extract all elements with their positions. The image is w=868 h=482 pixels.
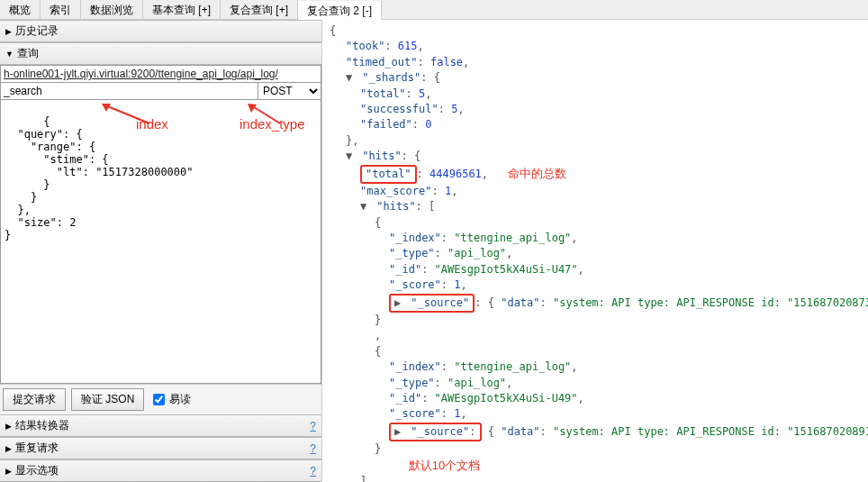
path-input[interactable] xyxy=(0,83,258,100)
highlight-source: ▶ "_source" xyxy=(389,294,475,313)
history-panel-header[interactable]: ▶ 历史记录 xyxy=(0,20,321,42)
tab-indices[interactable]: 索引 xyxy=(41,0,81,19)
collapse-toggle[interactable]: ▼ xyxy=(346,70,356,86)
annotation-hit-total: 命中的总数 xyxy=(508,167,566,180)
response-viewer: { "took": 615, "timed_out": false, ▼ "_s… xyxy=(322,20,868,482)
tab-compound-query[interactable]: 复合查询 [+] xyxy=(221,0,298,19)
tab-bar: 概览 索引 数据浏览 基本查询 [+] 复合查询 [+] 复合查询 2 [-] xyxy=(0,0,868,20)
help-icon[interactable]: ? xyxy=(310,465,316,477)
chevron-right-icon: ▶ xyxy=(5,422,12,431)
tab-overview[interactable]: 概览 xyxy=(0,0,41,19)
result-transform-label: 结果转换器 xyxy=(15,418,69,433)
url-input[interactable] xyxy=(0,65,321,83)
submit-button[interactable]: 提交请求 xyxy=(3,388,66,411)
collapse-toggle[interactable]: ▶ xyxy=(394,424,404,440)
highlight-source: ▶ "_source": xyxy=(389,423,482,441)
readable-checkbox-wrap[interactable]: 易读 xyxy=(149,391,191,408)
query-body-text: { "query": { "range": { "stime": { "lt":… xyxy=(5,115,194,241)
history-label: 历史记录 xyxy=(15,23,59,39)
help-icon[interactable]: ? xyxy=(310,442,316,455)
help-icon[interactable]: ? xyxy=(310,420,316,432)
chevron-right-icon: ▶ xyxy=(5,467,12,476)
query-label: 查询 xyxy=(17,46,39,61)
chevron-right-icon: ▶ xyxy=(5,27,12,36)
display-label: 显示选项 xyxy=(15,463,59,478)
query-panel-header[interactable]: ▼ 查询 xyxy=(0,42,321,65)
query-body-editor[interactable]: { "query": { "range": { "stime": { "lt":… xyxy=(0,100,321,384)
collapse-toggle[interactable]: ▶ xyxy=(394,296,404,311)
readable-checkbox[interactable] xyxy=(153,394,165,405)
tab-browse[interactable]: 数据浏览 xyxy=(81,0,143,19)
annotation-default-docs: 默认10个文档 xyxy=(409,459,480,472)
http-method-select[interactable]: POST xyxy=(258,83,321,100)
readable-label: 易读 xyxy=(169,392,191,407)
annotation-index: index xyxy=(136,116,168,132)
display-options-header[interactable]: ▶ 显示选项 ? xyxy=(0,459,321,482)
highlight-total: "total" xyxy=(360,165,417,184)
collapse-toggle[interactable]: ▼ xyxy=(360,199,370,214)
annotation-index-type: index_type xyxy=(240,116,305,132)
collapse-toggle[interactable]: ▼ xyxy=(346,149,356,164)
tab-compound-query-2[interactable]: 复合查询 2 [-] xyxy=(298,1,382,20)
chevron-right-icon: ▶ xyxy=(5,444,12,453)
button-row: 提交请求 验证 JSON 易读 xyxy=(0,384,321,414)
repeat-request-header[interactable]: ▶ 重复请求 ? xyxy=(0,437,321,459)
chevron-down-icon: ▼ xyxy=(5,50,14,59)
tab-basic-query[interactable]: 基本查询 [+] xyxy=(143,0,221,19)
validate-json-button[interactable]: 验证 JSON xyxy=(71,388,144,411)
left-pane: ▶ 历史记录 ▼ 查询 POST { "query": { "range": {… xyxy=(0,20,322,482)
repeat-label: 重复请求 xyxy=(15,441,59,456)
result-transform-header[interactable]: ▶ 结果转换器 ? xyxy=(0,414,321,437)
